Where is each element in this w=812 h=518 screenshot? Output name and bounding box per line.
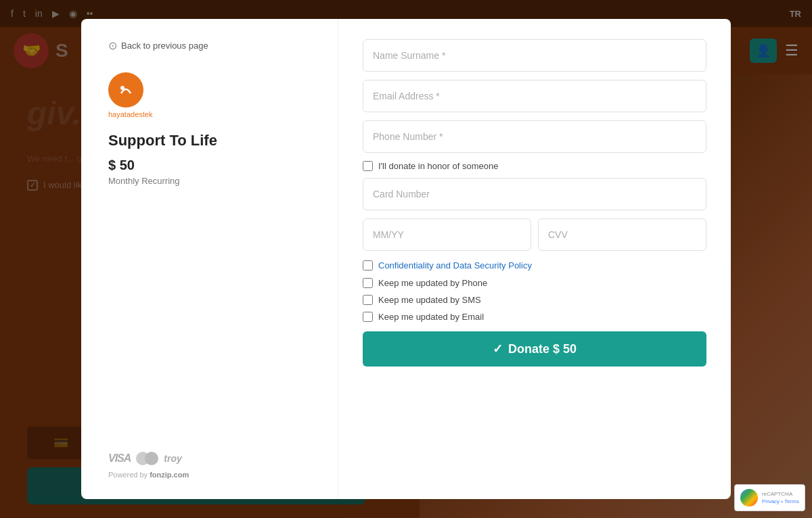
policy-checkbox-row[interactable]: Confidentiality and Data Security Policy (363, 259, 706, 271)
org-logo-circle (108, 72, 143, 108)
honor-checkbox[interactable] (363, 161, 373, 171)
phone-input[interactable] (363, 120, 706, 153)
honor-label: I'll donate in honor of someone (378, 161, 498, 171)
sms-update-checkbox[interactable] (363, 295, 373, 305)
card-details-row (363, 218, 706, 251)
honor-checkbox-row[interactable]: I'll donate in honor of someone (363, 161, 706, 171)
name-input[interactable] (363, 39, 706, 72)
donation-amount: $ 50 (108, 158, 311, 173)
card-input[interactable] (363, 178, 706, 210)
phone-group (363, 120, 706, 153)
modal: ⊙ Back to previous page hayatadestek Sup… (81, 19, 731, 499)
mastercard-logo (136, 452, 158, 465)
cvv-input[interactable] (538, 218, 706, 251)
recaptcha-badge: reCAPTCHA Privacy • Terms (734, 484, 805, 511)
expiry-input[interactable] (363, 218, 531, 251)
org-logo-text: hayatadestek (108, 110, 311, 118)
email-update-row[interactable]: Keep me updated by Email (363, 312, 706, 322)
donate-button-label: Donate $ 50 (508, 342, 577, 356)
policy-checkbox[interactable] (363, 260, 373, 270)
hayatadestek-logo-svg (116, 80, 136, 100)
troy-logo: troy (164, 453, 181, 464)
powered-by: Powered by fonzip.com (108, 471, 311, 479)
card-group (363, 178, 706, 210)
recaptcha-text: reCAPTCHA Privacy • Terms (762, 491, 799, 504)
phone-update-checkbox[interactable] (363, 278, 373, 288)
policy-link[interactable]: Confidentiality and Data Security Policy (378, 260, 532, 270)
modal-left-panel: ⊙ Back to previous page hayatadestek Sup… (81, 19, 338, 499)
email-update-checkbox[interactable] (363, 312, 373, 322)
policy-label: Confidentiality and Data Security Policy (378, 259, 532, 271)
recaptcha-logo (740, 489, 758, 507)
sms-update-row[interactable]: Keep me updated by SMS (363, 295, 706, 305)
back-link-label: Back to previous page (121, 41, 208, 51)
org-logo-area: hayatadestek (108, 72, 311, 118)
name-group (363, 39, 706, 72)
phone-update-row[interactable]: Keep me updated by Phone (363, 278, 706, 288)
phone-update-label: Keep me updated by Phone (378, 278, 487, 288)
sms-update-label: Keep me updated by SMS (378, 295, 481, 305)
visa-logo: VISA (108, 452, 131, 465)
donate-checkmark: ✓ (493, 342, 503, 356)
modal-right-panel: I'll donate in honor of someone Confiden… (338, 19, 731, 499)
mc-right-circle (145, 452, 158, 465)
payment-logos: VISA troy (108, 452, 311, 465)
donation-frequency: Monthly Recurring (108, 176, 311, 186)
email-update-label: Keep me updated by Email (378, 312, 484, 322)
email-group (363, 80, 706, 112)
back-icon: ⊙ (108, 39, 117, 52)
email-input[interactable] (363, 80, 706, 112)
svg-point-1 (120, 86, 125, 90)
org-name: Support To Life (108, 132, 311, 149)
back-link[interactable]: ⊙ Back to previous page (108, 39, 311, 52)
donate-button[interactable]: ✓ Donate $ 50 (363, 331, 706, 367)
